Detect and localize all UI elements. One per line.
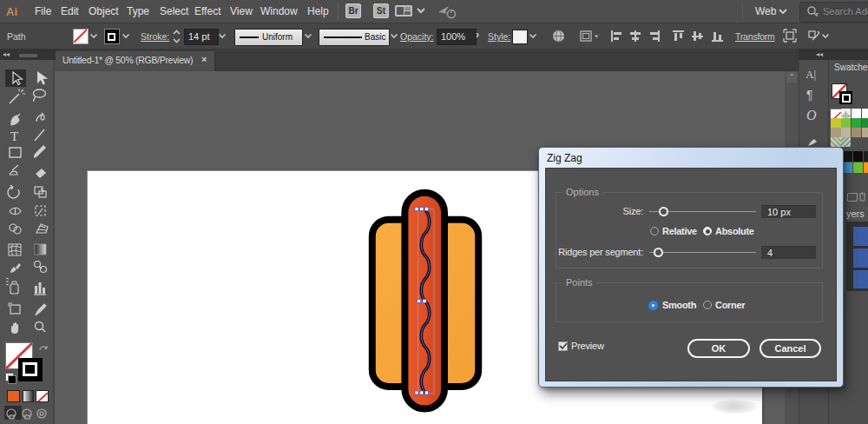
svg-text:T: T [10, 129, 18, 143]
